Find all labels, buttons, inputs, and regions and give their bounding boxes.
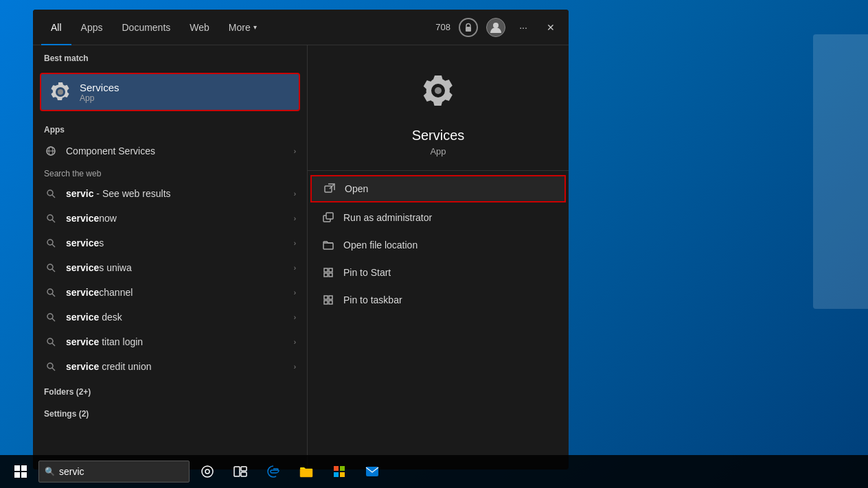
start-menu: All Apps Documents Web More ▾ 708 <box>33 10 569 469</box>
list-item-service-credit-union[interactable]: service credit union › <box>33 354 307 379</box>
list-item-service-titan[interactable]: service titan login › <box>33 329 307 354</box>
svg-rect-43 <box>340 466 345 471</box>
taskbar: 🔍 <box>0 455 868 488</box>
svg-rect-31 <box>329 273 332 277</box>
web-result-servicechannel: servicechannel <box>66 287 286 298</box>
chevron-right-icon-5: › <box>294 264 296 272</box>
list-item-services[interactable]: services › <box>33 231 307 255</box>
avatar[interactable] <box>486 18 505 37</box>
chevron-right-icon-9: › <box>294 363 296 371</box>
ms-store-icon <box>332 465 346 478</box>
best-match-item[interactable]: Services App <box>40 73 300 111</box>
list-item-services-uniwa[interactable]: services uniwa › <box>33 255 307 280</box>
svg-line-21 <box>52 368 55 371</box>
open-file-location-action[interactable]: Open file location <box>308 231 569 259</box>
windows-logo-icon <box>14 465 27 478</box>
multitasking-icon <box>233 466 247 477</box>
open-label: Open <box>345 183 368 194</box>
right-actions: Open Run as administrator <box>308 171 569 316</box>
web-result-services: services <box>66 237 286 248</box>
mail-button[interactable] <box>357 456 387 487</box>
open-icon <box>323 182 336 196</box>
list-item-servic-web[interactable]: servic - See web results › <box>33 181 307 206</box>
svg-rect-35 <box>329 301 332 304</box>
search-icon-2 <box>44 211 58 225</box>
run-as-admin-label: Run as administrator <box>343 212 432 223</box>
services-app-gear-icon <box>420 73 456 117</box>
pin-to-start-action[interactable]: Pin to Start <box>308 259 569 286</box>
web-result-service-credit-union: service credit union <box>66 361 286 372</box>
list-item-servicechannel[interactable]: servicechannel › <box>33 280 307 305</box>
task-view-button[interactable] <box>192 456 222 487</box>
mail-icon <box>365 466 379 477</box>
svg-rect-26 <box>326 213 333 219</box>
svg-rect-39 <box>241 467 247 471</box>
file-explorer-button[interactable] <box>291 456 321 487</box>
tab-documents[interactable]: Documents <box>112 10 180 45</box>
folders-label: Folders (2+) <box>33 379 307 401</box>
svg-point-12 <box>47 264 53 270</box>
close-button[interactable]: ✕ <box>541 18 560 37</box>
svg-point-20 <box>47 363 53 369</box>
best-match-label: Best match <box>33 45 307 67</box>
svg-rect-45 <box>340 472 345 477</box>
chevron-right-icon-7: › <box>294 314 296 321</box>
svg-rect-46 <box>366 467 378 476</box>
web-result-service-desk: service desk <box>66 312 286 323</box>
pin-to-taskbar-action[interactable]: Pin to taskbar <box>308 286 569 314</box>
result-count-badge: 708 <box>435 22 450 32</box>
tab-web[interactable]: Web <box>180 10 219 45</box>
desktop: All Apps Documents Web More ▾ 708 <box>0 0 868 488</box>
svg-line-19 <box>52 343 55 346</box>
taskbar-search-input[interactable] <box>59 466 169 477</box>
taskbar-search-box[interactable]: 🔍 <box>38 461 190 483</box>
tab-bar: All Apps Documents Web More ▾ 708 <box>33 10 569 45</box>
search-icon-4 <box>44 261 58 275</box>
svg-rect-44 <box>334 472 339 477</box>
svg-rect-41 <box>300 469 312 477</box>
svg-line-11 <box>52 244 55 247</box>
best-match-title: Services <box>80 82 119 93</box>
svg-point-8 <box>47 215 53 220</box>
run-as-admin-action[interactable]: Run as administrator <box>308 204 569 231</box>
svg-point-10 <box>47 240 53 245</box>
file-explorer-icon <box>299 465 313 478</box>
svg-point-6 <box>47 190 53 196</box>
svg-point-37 <box>205 469 209 474</box>
open-file-location-label: Open file location <box>343 240 418 251</box>
svg-rect-29 <box>329 268 332 272</box>
svg-point-16 <box>47 314 53 319</box>
services-app-name: Services <box>412 128 465 143</box>
svg-point-18 <box>47 338 53 344</box>
web-result-servicenow: servicenow <box>66 213 286 224</box>
svg-point-22 <box>435 87 442 94</box>
svg-rect-42 <box>334 466 339 471</box>
search-icon-3 <box>44 236 58 250</box>
taskbar-search-icon: 🔍 <box>45 467 55 476</box>
start-button[interactable] <box>5 456 36 487</box>
open-action[interactable]: Open <box>310 175 566 202</box>
svg-point-2 <box>58 89 63 95</box>
more-options-button[interactable]: ··· <box>514 18 533 37</box>
list-item-component-services[interactable]: Component Services › <box>33 139 307 163</box>
multitasking-button[interactable] <box>225 456 255 487</box>
tab-all[interactable]: All <box>41 10 71 45</box>
list-item-service-desk[interactable]: service desk › <box>33 305 307 329</box>
chevron-right-icon: › <box>294 148 296 155</box>
left-panel: Best match Services App Apps <box>33 45 308 469</box>
list-item-servicenow[interactable]: servicenow › <box>33 206 307 231</box>
web-result-services-uniwa: services uniwa <box>66 262 286 273</box>
edge-browser-button[interactable] <box>258 456 288 487</box>
svg-line-13 <box>52 269 55 272</box>
svg-point-14 <box>47 289 53 294</box>
tab-apps[interactable]: Apps <box>71 10 113 45</box>
svg-rect-30 <box>324 273 328 277</box>
desktop-decoration <box>813 34 868 309</box>
tab-more[interactable]: More ▾ <box>219 10 266 45</box>
svg-rect-23 <box>325 186 332 192</box>
task-view-icon <box>201 465 214 478</box>
svg-rect-34 <box>324 301 328 304</box>
web-result-service-titan: service titan login <box>66 336 286 347</box>
ms-store-button[interactable] <box>324 456 354 487</box>
search-icon-8 <box>44 360 58 373</box>
